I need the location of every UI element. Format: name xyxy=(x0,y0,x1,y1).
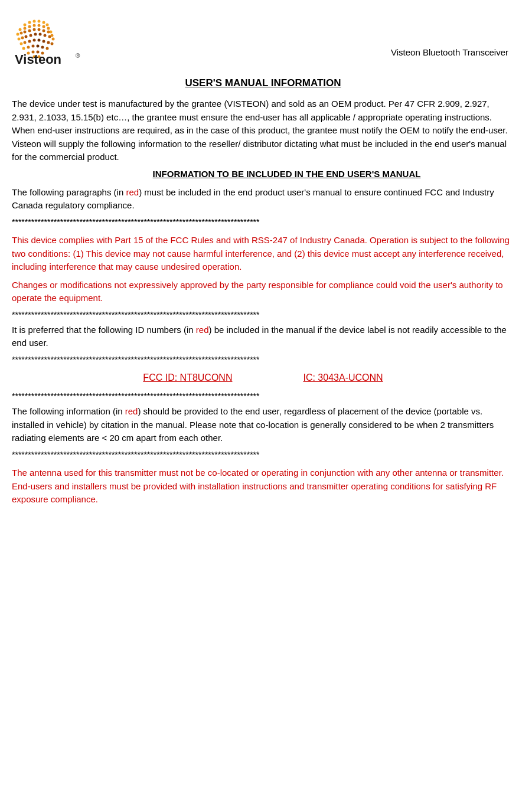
svg-point-40 xyxy=(22,47,25,50)
svg-text:Visteon: Visteon xyxy=(15,52,61,65)
fcc-id: FCC ID: NT8UCONN xyxy=(143,373,232,383)
svg-point-11 xyxy=(43,25,45,28)
svg-point-10 xyxy=(38,24,41,27)
company-title: Visteon Bluetooth Transceiver xyxy=(391,12,514,57)
id-row: FCC ID: NT8UCONN IC: 3043A-UCONN xyxy=(12,373,514,383)
svg-point-19 xyxy=(38,28,41,31)
svg-point-32 xyxy=(20,43,23,45)
svg-point-17 xyxy=(28,30,31,32)
svg-point-23 xyxy=(18,38,21,41)
svg-point-39 xyxy=(51,43,54,45)
svg-point-42 xyxy=(32,45,35,48)
svg-point-7 xyxy=(24,27,27,30)
svg-point-15 xyxy=(20,32,23,35)
antenna-paragraph: The antenna used for this transmitter mu… xyxy=(12,468,504,504)
svg-point-44 xyxy=(41,46,44,49)
following-paragraphs-intro: The following paragraphs (in red) must b… xyxy=(12,186,514,213)
svg-point-33 xyxy=(24,41,27,44)
stars-2: ****************************************… xyxy=(12,310,514,320)
svg-point-28 xyxy=(39,33,42,36)
main-title: USER'S MANUAL INFORMATION xyxy=(12,77,514,89)
svg-point-20 xyxy=(43,30,45,32)
svg-point-25 xyxy=(25,35,28,38)
red-label-3: red xyxy=(125,406,138,416)
svg-point-3 xyxy=(38,20,41,23)
svg-text:®: ® xyxy=(76,53,80,59)
svg-point-37 xyxy=(43,40,45,43)
svg-point-45 xyxy=(46,47,49,50)
svg-point-0 xyxy=(24,24,27,27)
svg-point-38 xyxy=(47,41,50,44)
svg-point-29 xyxy=(44,34,47,37)
intro-paragraph: The device under test is manufactured by… xyxy=(12,97,514,164)
svg-point-34 xyxy=(28,40,31,43)
svg-point-8 xyxy=(28,25,31,28)
red-label-1: red xyxy=(126,187,139,197)
svg-point-9 xyxy=(33,24,36,27)
svg-point-12 xyxy=(47,27,50,30)
svg-point-16 xyxy=(24,31,27,34)
red-paragraph-2: Changes or modifications not expressivel… xyxy=(12,280,503,303)
svg-point-36 xyxy=(38,39,41,42)
svg-point-35 xyxy=(33,39,36,42)
svg-point-24 xyxy=(21,37,24,40)
red-label-2: red xyxy=(196,325,209,335)
ic-id: IC: 3043A-UCONN xyxy=(303,373,383,383)
stars-1: ****************************************… xyxy=(12,217,514,227)
logo-container: Visteon ® xyxy=(12,12,112,67)
section-heading: INFORMATION TO BE INCLUDED IN THE END US… xyxy=(59,169,514,179)
red-paragraph-1: This device complies with Part 15 of the… xyxy=(12,235,510,272)
svg-point-18 xyxy=(33,28,36,31)
svg-point-4 xyxy=(43,21,45,24)
svg-point-5 xyxy=(46,24,49,27)
svg-point-1 xyxy=(28,21,31,24)
stars-3: ****************************************… xyxy=(12,355,514,365)
info-intro: The following information (in red) shoul… xyxy=(12,405,514,445)
id-intro: It is preferred that the following ID nu… xyxy=(12,324,514,350)
svg-point-30 xyxy=(48,35,51,38)
svg-point-41 xyxy=(27,46,30,49)
svg-point-43 xyxy=(37,45,40,48)
svg-point-6 xyxy=(19,28,22,31)
svg-point-21 xyxy=(47,31,50,34)
svg-point-27 xyxy=(34,33,37,36)
header-area: Visteon ® Visteon Bluetooth Transceiver xyxy=(12,12,514,67)
stars-4: ****************************************… xyxy=(12,391,514,401)
stars-5: ****************************************… xyxy=(12,450,514,460)
svg-point-31 xyxy=(52,38,55,41)
svg-point-2 xyxy=(33,20,36,23)
visteon-logo: Visteon ® xyxy=(12,12,106,65)
svg-point-26 xyxy=(30,34,32,37)
svg-point-14 xyxy=(17,33,19,36)
